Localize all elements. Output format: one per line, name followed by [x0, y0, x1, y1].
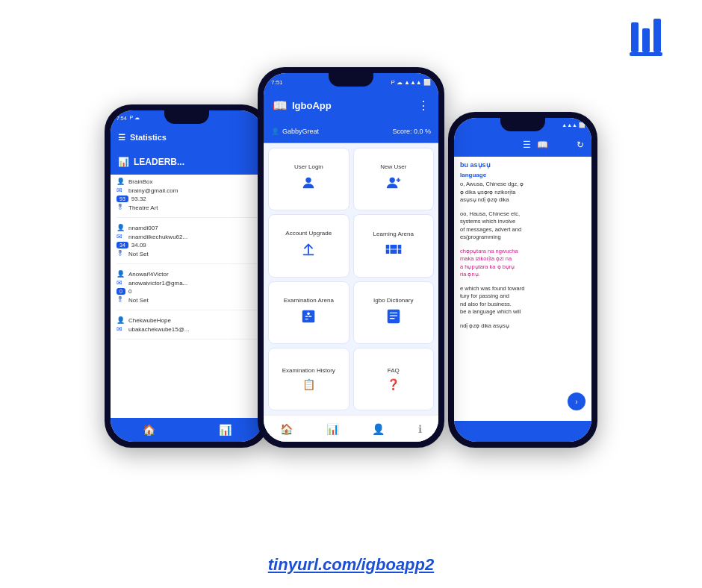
svg-point-4 — [306, 178, 311, 183]
user-score-row-2: 34 34.09 — [117, 242, 257, 248]
right-content: bu asụsụ language o, Awusa, Chinese dgz,… — [454, 157, 591, 421]
right-phone-screen: ▲▲▲ ⬜ ☰ 📖 ↻ bu asụsụ language o, Awusa, … — [454, 118, 591, 442]
center-app-icon: 📖 — [273, 98, 288, 113]
left-header: ☰ Statistics — [111, 125, 263, 149]
igbo-dictionary-label: Igbo Dictionary — [373, 297, 413, 304]
email-icon-4: ✉ — [117, 325, 125, 333]
right-refresh-icon[interactable]: ↻ — [577, 140, 584, 150]
center-bottom-nav: 🏠 📊 👤 ℹ — [264, 415, 438, 442]
url-bar: tinyurl.com/igboapp2 — [0, 555, 702, 575]
user-score-1: 93.32 — [131, 196, 146, 202]
badge-icon-1: 🎖 — [117, 204, 125, 211]
grid-card-new-user[interactable]: New User — [353, 148, 435, 210]
grid-card-learning-arena[interactable]: Learning Arena — [353, 214, 435, 277]
left-phone-screen: 7:54 P ☁ ☰ Statistics 📊 LEADERB... 👤 Bra… — [111, 110, 263, 442]
grid-card-faq[interactable]: FAQ ❓ — [353, 348, 435, 410]
svg-point-10 — [307, 312, 310, 315]
score-badge-1: 93 — [117, 196, 128, 202]
left-header-title: Statistics — [130, 133, 167, 142]
user-badge-3: Not Set — [128, 297, 149, 304]
grid-card-user-login[interactable]: User Login — [268, 148, 350, 210]
svg-rect-3 — [630, 52, 662, 56]
center-header: 📖 IgboApp ⋮ — [264, 91, 438, 119]
faq-icon: ❓ — [387, 378, 400, 390]
user-email-4: ubakachekwube15@... — [128, 326, 190, 333]
user-email-1: brainy@gmail.com — [128, 187, 178, 194]
user-entry-1: 👤 BrainBox ✉ brainy@gmail.com 93 93.32 🎖… — [117, 178, 257, 218]
right-phone: ▲▲▲ ⬜ ☰ 📖 ↻ bu asụsụ language o, Awusa, … — [448, 112, 597, 448]
user-icon-4: 👤 — [117, 316, 125, 324]
grid-card-exam-arena[interactable]: Examination Arena — [268, 281, 350, 344]
user-name-1: BrainBox — [128, 178, 152, 185]
user-name-row-1: 👤 BrainBox — [117, 178, 257, 185]
left-time: 7:54 — [117, 116, 127, 121]
left-status-icons: P ☁ — [130, 115, 140, 121]
left-leaderboard-title: 📊 LEADERB... — [111, 149, 263, 175]
user-badge-1: Theatre Art — [128, 204, 158, 211]
center-time: 7:51 — [271, 79, 283, 86]
center-nav-stats[interactable]: 📊 — [326, 423, 339, 435]
grid-card-igbo-dictionary[interactable]: Igbo Dictionary — [353, 281, 435, 344]
logo-area — [627, 15, 680, 63]
center-nav-user[interactable]: 👤 — [372, 423, 385, 435]
center-nav-home[interactable]: 🏠 — [280, 423, 293, 435]
url-text: tinyurl.com/igboapp2 — [268, 555, 434, 574]
svg-rect-1 — [642, 28, 650, 52]
user-name-4: ChekwubeHope — [128, 317, 171, 324]
svg-point-5 — [389, 178, 394, 183]
user-email-row-2: ✉ nnamdiikechukwu62... — [117, 233, 257, 240]
user-name-row-2: 👤 nnamdi007 — [117, 224, 257, 231]
user-entry-3: 👤 Anowai%Victor ✉ anowaivictor1@gma... 0… — [117, 270, 257, 310]
right-fab-button[interactable]: › — [568, 392, 585, 410]
right-phone-notch — [500, 118, 545, 131]
learning-arena-label: Learning Arena — [373, 231, 414, 237]
user-name-3: Anowai%Victor — [128, 271, 169, 278]
right-text-3: chọpụtara na ngwucha maka izikorịta ọzi … — [460, 248, 585, 279]
grid-card-account-upgrade[interactable]: Account Upgrade — [268, 214, 350, 277]
user-login-icon — [300, 175, 317, 195]
phones-container: 7:54 P ☁ ☰ Statistics 📊 LEADERB... 👤 Bra… — [90, 22, 612, 530]
user-email-3: anowaivictor1@gma... — [128, 280, 187, 287]
user-icon-1: 👤 — [117, 178, 125, 185]
user-name-row-3: 👤 Anowai%Victor — [117, 270, 257, 278]
center-menu-dots[interactable]: ⋮ — [417, 98, 429, 113]
learning-arena-icon — [385, 242, 403, 260]
email-icon-1: ✉ — [117, 187, 125, 194]
user-theatre-row: 🎖 Theatre Art — [117, 204, 257, 211]
right-text-1: o, Awusa, Chinese dgz, ọ ọ dika ụsọrọ nz… — [460, 181, 585, 204]
badge-icon-2: 🎖 — [117, 250, 125, 257]
leaderboard-label: LEADERB... — [134, 157, 184, 167]
svg-rect-8 — [303, 254, 314, 256]
user-name-2: nnamdi007 — [128, 225, 158, 231]
right-book-icon[interactable]: 📖 — [537, 140, 548, 150]
email-icon-2: ✉ — [117, 233, 125, 240]
user-score-3: 0 — [128, 288, 131, 295]
user-email-2: nnamdiikechukwu62... — [128, 234, 187, 240]
center-app-title: IgboApp — [292, 100, 332, 111]
url-link[interactable]: tinyurl.com/igboapp2 — [268, 555, 434, 574]
right-text-5: ndị ọzọ dika asụsụ — [460, 322, 585, 331]
user-badge-2: Not Set — [128, 251, 149, 257]
right-bottom-nav — [454, 421, 591, 442]
center-phone: 7:51 P ☁ ▲▲▲ ⬜ 📖 IgboApp ⋮ 👤 GabbyGreat … — [258, 67, 444, 448]
left-nav-stats[interactable]: 📊 — [219, 424, 232, 436]
svg-rect-9 — [302, 310, 315, 322]
account-upgrade-icon — [300, 241, 317, 261]
left-menu-icon: ☰ — [118, 133, 125, 143]
left-content: 👤 BrainBox ✉ brainy@gmail.com 93 93.32 🎖… — [111, 175, 263, 418]
user-score-2: 34.09 — [131, 242, 146, 248]
right-heading-1: bu asụsụ — [460, 161, 585, 169]
badge-icon-3: 🎖 — [117, 296, 125, 304]
left-bottom-nav: 🏠 📊 — [111, 418, 263, 442]
user-email-row-3: ✉ anowaivictor1@gma... — [117, 279, 257, 287]
exam-arena-icon — [300, 308, 317, 328]
left-phone-notch — [164, 110, 209, 124]
user-entry-4: 👤 ChekwubeHope ✉ ubakachekwube15@... — [117, 316, 257, 340]
left-nav-home[interactable]: 🏠 — [143, 424, 155, 436]
right-menu-icon[interactable]: ☰ — [523, 140, 531, 150]
grid-card-exam-history[interactable]: Examination History 📋 — [268, 348, 350, 410]
center-nav-info[interactable]: ℹ — [418, 423, 422, 435]
account-upgrade-label: Account Upgrade — [285, 230, 332, 237]
score-badge-2: 34 — [117, 242, 128, 248]
user-score-row-1: 93 93.32 — [117, 196, 257, 202]
